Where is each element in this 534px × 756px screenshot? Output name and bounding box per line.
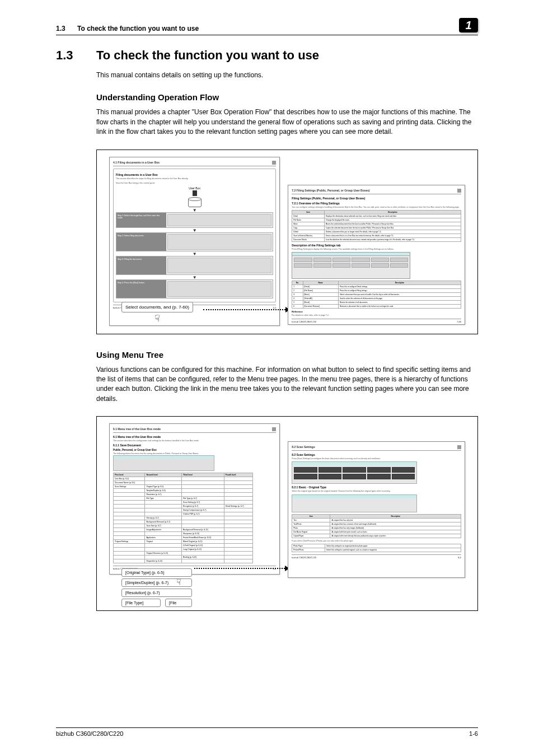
mini-reference-title: Reference [292, 310, 461, 313]
mini-footer-right-l: bizhub C360/C280/C220 [292, 320, 316, 323]
step3-thumb [167, 258, 271, 273]
mini-scan-footer-r: 8-5 [458, 556, 461, 559]
user-box-label: User Box [116, 186, 273, 190]
section-number: 1.3 [56, 48, 96, 63]
mini-page-flow-right: 7.2 Filing Settings (Public, Personal, o… [288, 185, 465, 325]
mini-page-flow-left: 4.1 Filing documents in a User Box Filin… [109, 157, 280, 326]
mini-table-photo-type: Photo PaperSelect this setting for an or… [292, 544, 461, 552]
hand-pointer-icon: ☟ [154, 314, 160, 323]
mini-tree-h3-sub: The following shows the menu tree for sa… [113, 452, 276, 455]
step2-thumb [167, 234, 271, 250]
mini-right-desc1: You can configure settings relating to h… [292, 206, 461, 208]
mini-tree-h3: Public, Personal, or Group User Box [113, 449, 276, 451]
step4-label: Step 4: Press the [Start] button. [116, 280, 166, 298]
mini-scan-h1-sub: Press [Scan Settings] to configure the b… [292, 458, 461, 460]
hand-pointer-icon: ☟ [176, 578, 181, 586]
flow-callout[interactable]: Select documents, and (p. 7-60) [121, 302, 193, 312]
mini-page-tree-right: 8.2 Scan Settings 8.2 Scan Settings Pres… [288, 441, 465, 578]
subsection-flow-body: This manual provides a chapter "User Box… [96, 108, 478, 137]
mini-right-sub1: 7.2.1 Overview of the Filing Settings [292, 202, 461, 205]
mini-flow-top: View the User Box listing in the control… [116, 182, 273, 184]
mini-chapter-icon [272, 161, 276, 165]
mini-header-left: 4.1 Filing documents in a User Box [113, 161, 160, 165]
mini-tree-h1: 6.1 Menu tree of the User Box mode [113, 435, 276, 438]
footer-left: bizhub C360/C280/C220 [56, 730, 123, 737]
running-header-text: 1.3 To check the function you want to us… [56, 25, 199, 32]
tree-callout-original-type[interactable]: [Original Type] (p. 6-5) [121, 568, 192, 577]
mini-header-tree-left: 6.1 Menu tree of the User Box mode [113, 427, 161, 431]
subsection-tree-body: Various functions can be configured for … [96, 365, 478, 404]
step1-thumb [167, 214, 271, 226]
scan-settings-thumb [292, 461, 417, 484]
mini-tree-h1-sub: This section describes the configuration… [113, 440, 276, 442]
tree-callout-file-type-a[interactable]: [File Type] [121, 599, 161, 607]
subsection-tree-title: Using Menu Tree [96, 350, 478, 360]
tree-callout-resolution[interactable]: [Resolution] (p. 6-7) [121, 589, 192, 597]
tree-callout-file-type-b[interactable]: [File [165, 599, 192, 607]
mini-right-sub2: Description of the Filing Settings tab [292, 244, 461, 247]
step3-label: Step 3: Filing the document. [116, 256, 166, 274]
header-section-number: 1.3 [56, 25, 65, 32]
section-title: To check the function you want to use [96, 48, 319, 63]
subsection-flow-title: Understanding Operation Flow [96, 92, 478, 102]
mini-flow-caption: Filing documents in a User Box [116, 173, 273, 176]
chapter-badge: 1 [459, 18, 478, 32]
mini-tree-h2: 6.1.1 Save Document [113, 444, 276, 447]
mini-footer-right-r: 7-60 [457, 320, 461, 323]
dotted-arrow-link [194, 566, 289, 571]
mini-page-tree-left: 6.1 Menu tree of the User Box mode 6.1 M… [109, 423, 280, 575]
database-icon [188, 198, 202, 207]
mini-reference-text: For details on other tabs, refer to page… [292, 314, 461, 316]
document-icon [193, 190, 197, 196]
mini-scan-h2: 8.2.1 Basic - Original Type [292, 486, 461, 489]
footer-right: 1-6 [469, 730, 478, 737]
header-section-title: To check the function you want to use [77, 25, 199, 32]
mini-table-overview: ItemDescription DetailDisplays the infor… [292, 210, 461, 242]
intro-paragraph: This manual contains details on setting … [96, 71, 478, 80]
mini-chapter-icon [457, 189, 461, 193]
step2-label: Step 2: Select filing document. [116, 233, 166, 251]
step4-thumb [167, 281, 271, 297]
mini-tree-thumb [113, 455, 214, 471]
mini-flow-sub: This section describes the steps for fil… [116, 178, 273, 180]
mini-screenshot-filing [292, 252, 410, 279]
mini-table-filing-items: No.NameDescription 1[Detail]Press this t… [292, 281, 461, 309]
mini-right-title: Filing Settings (Public, Personal, or Gr… [292, 197, 461, 200]
mini-scan-h2-sub: Select the original type based on the or… [292, 490, 461, 492]
user-box-icon-block: User Box [116, 186, 273, 207]
figure-operation-flow: 4.1 Filing documents in a User Box Filin… [96, 150, 478, 334]
flow-callout-text: Select documents, and (p. 7-60) [125, 305, 189, 310]
mini-right-desc2: Press [Filing Settings] to display the f… [292, 248, 461, 250]
figure-menu-tree: 6.1 Menu tree of the User Box mode 6.1 M… [96, 416, 478, 611]
mini-header-scan: 8.2 Scan Settings [292, 445, 315, 449]
running-header: 1.3 To check the function you want to us… [56, 18, 478, 35]
mini-scan-h1: 8.2 Scan Settings [292, 453, 461, 456]
page-footer: bizhub C360/C280/C220 1-6 [56, 727, 478, 737]
original-type-thumb [292, 494, 417, 512]
step1-label: Step 1: Select the target box, and then … [116, 213, 166, 227]
dotted-arrow-link [203, 307, 290, 312]
mini-table-original-type: ItemDescription TextAn original that has… [292, 514, 461, 538]
mini-header-right: 7.2 Filing Settings (Public, Personal, o… [292, 189, 369, 193]
mini-scan-note: If you select [Text/Photo] or [Photo], y… [292, 540, 461, 542]
mini-chapter-icon [272, 427, 276, 431]
menu-tree-table: First levelSecond levelThird levelFourth… [113, 473, 253, 563]
section-heading: 1.3 To check the function you want to us… [56, 48, 478, 63]
mini-scan-footer-l: bizhub C360/C280/C220 [292, 556, 316, 559]
tree-callout-simplex-duplex[interactable]: [Simplex/Duplex] (p. 6-7) ☟ [121, 578, 192, 587]
mini-chapter-icon [457, 445, 461, 449]
